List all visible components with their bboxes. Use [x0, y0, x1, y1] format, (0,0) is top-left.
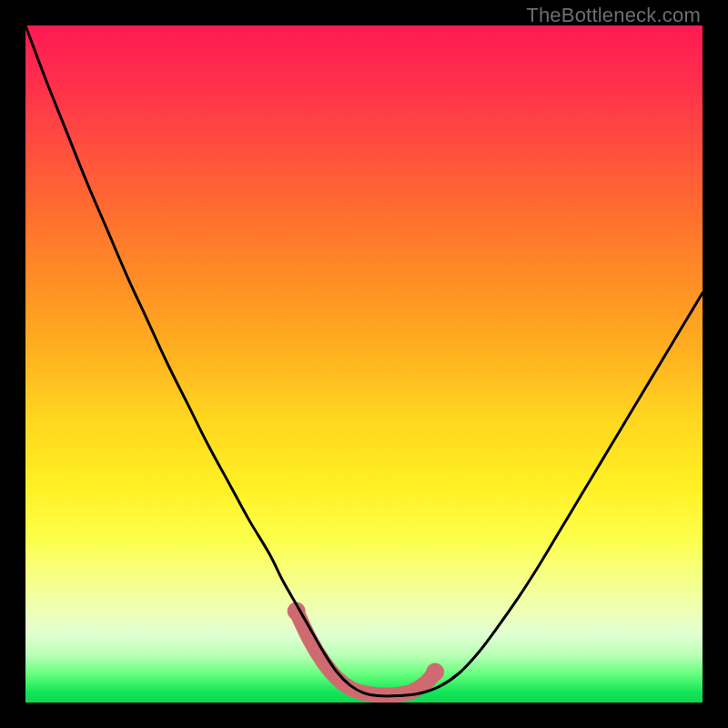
v-curve-path	[25, 25, 703, 696]
plot-area	[25, 25, 703, 703]
pink-lowlight-path	[297, 612, 436, 696]
watermark-text: TheBottleneck.com	[526, 4, 701, 27]
chart-svg	[25, 25, 703, 703]
chart-frame: TheBottleneck.com	[0, 0, 728, 728]
pink-dot	[426, 663, 444, 682]
